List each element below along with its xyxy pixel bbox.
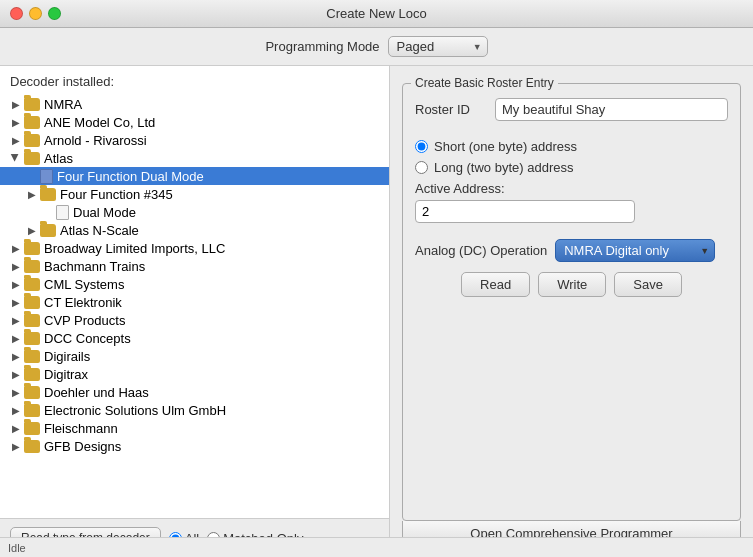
arrow-ane: ▶ [8, 114, 24, 130]
arrow-broadway: ▶ [8, 240, 24, 256]
short-address-label: Short (one byte) address [434, 139, 577, 154]
prog-mode-select[interactable]: Paged Direct Register [388, 36, 488, 57]
action-buttons: Read Write Save [415, 272, 728, 297]
tree-item-atlas-four-dual[interactable]: ▶ Four Function Dual Mode [0, 167, 389, 185]
arrow-atlas: ▶ [8, 150, 24, 166]
tree-item-cml[interactable]: ▶ CML Systems [0, 275, 389, 293]
short-address-radio[interactable] [415, 140, 428, 153]
write-button[interactable]: Write [538, 272, 606, 297]
tree-item-digitrax[interactable]: ▶ Digitrax [0, 365, 389, 383]
tree-item-electronic[interactable]: ▶ Electronic Solutions Ulm GmbH [0, 401, 389, 419]
status-text: Idle [8, 542, 26, 554]
label-doehler: Doehler und Haas [44, 385, 149, 400]
folder-icon-arnold [24, 134, 40, 147]
tree-item-bachmann[interactable]: ▶ Bachmann Trains [0, 257, 389, 275]
folder-icon-fleischmann [24, 422, 40, 435]
label-gfb: GFB Designs [44, 439, 121, 454]
right-panel: Create Basic Roster Entry Roster ID Shor… [390, 66, 753, 557]
label-ane: ANE Model Co, Ltd [44, 115, 155, 130]
label-cvp: CVP Products [44, 313, 125, 328]
status-bar: Idle [0, 537, 753, 557]
tree-item-atlas[interactable]: ▶ Atlas [0, 149, 389, 167]
arrow-bachmann: ▶ [8, 258, 24, 274]
tree-container[interactable]: ▶ NMRA ▶ ANE Model Co, Ltd ▶ Arnold - Ri… [0, 93, 389, 518]
minimize-button[interactable] [29, 7, 42, 20]
tree-item-digirails[interactable]: ▶ Digirails [0, 347, 389, 365]
tree-item-cvp[interactable]: ▶ CVP Products [0, 311, 389, 329]
label-digitrax: Digitrax [44, 367, 88, 382]
folder-icon-digitrax [24, 368, 40, 381]
folder-icon-atlas-four-345 [40, 188, 56, 201]
tree-item-arnold[interactable]: ▶ Arnold - Rivarossi [0, 131, 389, 149]
roster-fieldset: Create Basic Roster Entry Roster ID Shor… [402, 76, 741, 521]
label-broadway: Broadway Limited Imports, LLC [44, 241, 225, 256]
active-address-input[interactable] [415, 200, 635, 223]
window-controls [10, 7, 61, 20]
left-panel: Decoder installed: ▶ NMRA ▶ ANE Model Co… [0, 66, 390, 557]
close-button[interactable] [10, 7, 23, 20]
arrow-digirails: ▶ [8, 348, 24, 364]
tree-item-broadway[interactable]: ▶ Broadway Limited Imports, LLC [0, 239, 389, 257]
folder-icon-ct [24, 296, 40, 309]
folder-icon-cml [24, 278, 40, 291]
folder-icon-gfb [24, 440, 40, 453]
arrow-digitrax: ▶ [8, 366, 24, 382]
label-cml: CML Systems [44, 277, 124, 292]
prog-mode-select-wrapper[interactable]: Paged Direct Register [388, 36, 488, 57]
main-content: Decoder installed: ▶ NMRA ▶ ANE Model Co… [0, 66, 753, 557]
tree-item-gfb[interactable]: ▶ GFB Designs [0, 437, 389, 455]
label-electronic: Electronic Solutions Ulm GmbH [44, 403, 226, 418]
arrow-doehler: ▶ [8, 384, 24, 400]
arrow-gfb: ▶ [8, 438, 24, 454]
prog-mode-label: Programming Mode [265, 39, 379, 54]
tree-item-atlas-dual[interactable]: ▶ Dual Mode [0, 203, 389, 221]
long-address-label: Long (two byte) address [434, 160, 573, 175]
tree-item-atlas-n-scale[interactable]: ▶ Atlas N-Scale [0, 221, 389, 239]
tree-item-fleischmann[interactable]: ▶ Fleischmann [0, 419, 389, 437]
arrow-electronic: ▶ [8, 402, 24, 418]
folder-icon-atlas-n-scale [40, 224, 56, 237]
roster-id-input[interactable] [495, 98, 728, 121]
analog-select[interactable]: NMRA Digital only Analog and Digital [555, 239, 715, 262]
arrow-cvp: ▶ [8, 312, 24, 328]
analog-select-wrapper[interactable]: NMRA Digital only Analog and Digital [555, 239, 715, 262]
tree-item-nmra[interactable]: ▶ NMRA [0, 95, 389, 113]
folder-icon-ane [24, 116, 40, 129]
tree-item-ane[interactable]: ▶ ANE Model Co, Ltd [0, 113, 389, 131]
label-fleischmann: Fleischmann [44, 421, 118, 436]
arrow-fleischmann: ▶ [8, 420, 24, 436]
short-address-option[interactable]: Short (one byte) address [415, 139, 728, 154]
folder-icon-nmra [24, 98, 40, 111]
arrow-cml: ▶ [8, 276, 24, 292]
roster-id-label: Roster ID [415, 102, 495, 117]
folder-icon-cvp [24, 314, 40, 327]
tree-item-ct[interactable]: ▶ CT Elektronik [0, 293, 389, 311]
file-icon-atlas-dual [56, 205, 69, 220]
folder-icon-doehler [24, 386, 40, 399]
maximize-button[interactable] [48, 7, 61, 20]
folder-icon-bachmann [24, 260, 40, 273]
decoder-label: Decoder installed: [0, 66, 389, 93]
folder-icon-atlas [24, 152, 40, 165]
analog-row: Analog (DC) Operation NMRA Digital only … [415, 239, 728, 262]
tree-item-atlas-four-345[interactable]: ▶ Four Function #345 [0, 185, 389, 203]
label-atlas: Atlas [44, 151, 73, 166]
tree-item-dcc[interactable]: ▶ DCC Concepts [0, 329, 389, 347]
label-atlas-n-scale: Atlas N-Scale [60, 223, 139, 238]
read-button[interactable]: Read [461, 272, 530, 297]
arrow-nmra: ▶ [8, 96, 24, 112]
long-address-radio[interactable] [415, 161, 428, 174]
prog-mode-bar: Programming Mode Paged Direct Register [0, 28, 753, 66]
save-button[interactable]: Save [614, 272, 682, 297]
long-address-option[interactable]: Long (two byte) address [415, 160, 728, 175]
window-title: Create New Loco [326, 6, 426, 21]
tree-item-doehler[interactable]: ▶ Doehler und Haas [0, 383, 389, 401]
arrow-dcc: ▶ [8, 330, 24, 346]
analog-label: Analog (DC) Operation [415, 243, 547, 258]
label-atlas-four-345: Four Function #345 [60, 187, 173, 202]
arrow-ct: ▶ [8, 294, 24, 310]
label-dcc: DCC Concepts [44, 331, 131, 346]
arrow-arnold: ▶ [8, 132, 24, 148]
active-address-label: Active Address: [415, 181, 728, 196]
label-atlas-four-dual: Four Function Dual Mode [57, 169, 204, 184]
